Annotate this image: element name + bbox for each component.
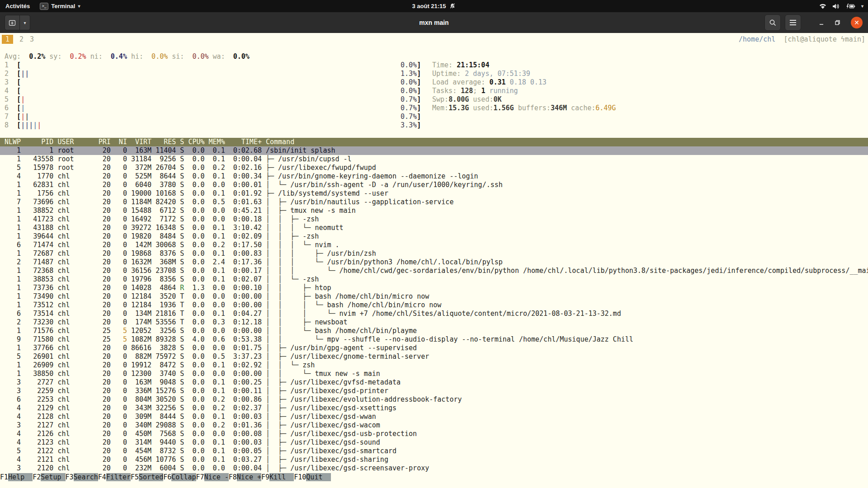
- system-info-line: Swp:8.00G used:0K: [432, 95, 502, 104]
- cpu-meter-7: 7 [|| 0.7%]: [5, 113, 421, 121]
- process-row[interactable]: 3 2259 chl 20 0 336M 15276 S 0.0 0.1 0:0…: [0, 387, 868, 395]
- process-row[interactable]: 1 73512 chl 20 0 12184 1936 T 0.0 0.0 0:…: [0, 301, 868, 310]
- process-row[interactable]: 5 15978 root 20 0 372M 26704 S 0.0 0.2 0…: [0, 164, 868, 172]
- fkey-F10[interactable]: F10Quit: [294, 473, 330, 481]
- app-menu[interactable]: >_ Terminal ▾: [40, 3, 80, 10]
- terminal-app-icon: >_: [40, 3, 48, 10]
- hamburger-icon: [790, 20, 796, 25]
- cpu-meter-3: 3 [ 0.0%]: [5, 78, 421, 87]
- minimize-icon: [818, 19, 825, 26]
- tmux-window-tab-1[interactable]: 1: [2, 35, 13, 44]
- fkey-F4[interactable]: F4Filter: [98, 473, 131, 481]
- system-info-line: Time: 21:15:04: [432, 61, 489, 70]
- app-menu-label: Terminal: [51, 3, 75, 9]
- notifications-off-icon: [449, 3, 456, 9]
- window-title: mxn main: [0, 19, 868, 26]
- process-row[interactable]: 1 26909 chl 20 0 19912 8472 S 0.0 0.1 0:…: [0, 361, 868, 370]
- process-row[interactable]: 1 71576 chl 25 5 12052 3256 S 0.0 0.0 0:…: [0, 327, 868, 335]
- process-row[interactable]: 7 73696 chl 20 0 1184M 82420 S 0.0 0.5 0…: [0, 198, 868, 206]
- process-row[interactable]: 1 41723 chl 20 0 16492 7172 S 0.0 0.0 0:…: [0, 215, 868, 224]
- fkey-F8[interactable]: F8Nice +: [229, 473, 261, 481]
- process-row[interactable]: 4 2126 chl 20 0 450M 7568 S 0.0 0.0 0:00…: [0, 430, 868, 438]
- activities-button[interactable]: Activités: [5, 3, 30, 9]
- tmux-window-tab-2[interactable]: 2: [19, 35, 24, 43]
- desktop: Activités >_ Terminal ▾ 3 août 21:15: [0, 0, 868, 488]
- fkey-F9[interactable]: F9Kill: [261, 473, 294, 481]
- process-row[interactable]: 9 71580 chl 25 5 1082M 89328 S 4.0 0.6 0…: [0, 335, 868, 344]
- terminal-screen[interactable]: 123 /home/chl [chl@aliquote ϟmain] Avg: …: [0, 33, 868, 488]
- restore-icon: [834, 19, 840, 26]
- process-row[interactable]: 6 73514 chl 20 0 134M 21816 T 0.0 0.1 0:…: [0, 310, 868, 318]
- process-row[interactable]: 4 1770 chl 20 0 525M 8644 S 0.0 0.1 0:00…: [0, 172, 868, 181]
- cpu-meter-1: 1 [ 0.0%]: [5, 61, 421, 70]
- tmux-current-path: /home/chl: [739, 35, 775, 43]
- process-row[interactable]: 4 2129 chl 20 0 343M 32256 S 0.0 0.2 0:0…: [0, 404, 868, 413]
- process-row[interactable]: 1 43558 root 20 0 31184 9256 S 0.0 0.1 0…: [0, 155, 868, 164]
- cpu-meter-4: 4 [ 0.0%]: [5, 87, 421, 95]
- process-row[interactable]: 3 2127 chl 20 0 340M 29088 S 0.0 0.2 0:0…: [0, 421, 868, 430]
- close-button[interactable]: ✕: [851, 17, 863, 28]
- tmux-status-bar: 123 /home/chl [chl@aliquote ϟmain]: [2, 35, 865, 44]
- cpu-meter-8: 8 [||||| 3.3%]: [5, 121, 421, 130]
- process-row[interactable]: 4 2123 chl 20 0 314M 9440 S 0.0 0.1 0:00…: [0, 438, 868, 447]
- new-tab-button[interactable]: [5, 15, 20, 30]
- chevron-down-icon: ▾: [861, 4, 863, 9]
- close-icon: ✕: [854, 19, 859, 26]
- tmux-host-session: [chl@aliquote ϟmain]: [783, 35, 865, 43]
- system-status-area[interactable]: ▾: [819, 3, 868, 9]
- process-row[interactable]: 2 71487 chl 20 0 1632M 368M S 0.0 2.4 0:…: [0, 258, 868, 267]
- cpu-meter-6: 6 [| 0.7%]: [5, 104, 421, 113]
- terminal-header-bar: mxn main ▾: [0, 12, 868, 33]
- fkey-F6[interactable]: F6Collap: [163, 473, 196, 481]
- gnome-top-bar: Activités >_ Terminal ▾ 3 août 21:15: [0, 0, 868, 12]
- minimize-button[interactable]: [816, 17, 827, 28]
- process-table-header[interactable]: NLWP PID USER PRI NI VIRT RES S CPU% MEM…: [0, 138, 868, 146]
- process-row[interactable]: 6 71474 chl 20 0 142M 30068 S 0.0 0.2 0:…: [0, 241, 868, 249]
- fkey-F2[interactable]: F2Setup: [33, 473, 65, 481]
- system-info-line: Mem:15.3G used:1.56G buffers:346M cache:…: [432, 104, 616, 113]
- htop-function-bar: F1Help F2Setup F3SearchF4FilterF5SortedF…: [0, 473, 868, 482]
- process-row[interactable]: 4 2121 chl 20 0 456M 10776 S 0.0 0.1 0:0…: [0, 455, 868, 464]
- process-row[interactable]: 1 1 root 20 0 163M 11404 S 0.0 0.1 0:02.…: [0, 146, 868, 155]
- process-row[interactable]: 1 73490 chl 20 0 12184 3520 T 0.0 0.0 0:…: [0, 292, 868, 301]
- process-row[interactable]: 1 43188 chl 20 0 39272 16348 S 0.0 0.1 3…: [0, 224, 868, 232]
- wifi-icon: [819, 3, 826, 9]
- search-button[interactable]: [764, 14, 781, 31]
- process-row[interactable]: 1 38852 chl 20 0 15488 6712 S 0.0 0.0 0:…: [0, 206, 868, 215]
- system-info-line: Tasks: 128; 1 running: [432, 87, 518, 95]
- fkey-F3[interactable]: F3Search: [66, 473, 98, 481]
- cpu-average-line: Avg: 0.2% sy: 0.2% ni: 0.4% hi: 0.0% si:…: [5, 52, 250, 61]
- process-row[interactable]: 1 72687 chl 20 0 19868 8376 S 0.0 0.1 0:…: [0, 249, 868, 258]
- cpu-meter-2: 2 [|| 1.3%]: [5, 70, 421, 78]
- search-icon: [769, 19, 777, 27]
- process-row[interactable]: 6 2253 chl 20 0 804M 30520 S 0.0 0.2 0:0…: [0, 395, 868, 404]
- process-row[interactable]: 5 26901 chl 20 0 882M 75972 S 0.0 0.5 3:…: [0, 352, 868, 361]
- process-row[interactable]: 1 62831 chl 20 0 6040 3780 S 0.0 0.0 0:0…: [0, 181, 868, 189]
- system-info-line: Uptime: 2 days, 07:51:39: [432, 70, 530, 78]
- process-row[interactable]: 3 2120 chl 20 0 232M 6004 S 0.0 0.0 0:00…: [0, 464, 868, 473]
- process-row[interactable]: 1 37766 chl 20 0 86616 3828 S 0.0 0.0 0:…: [0, 344, 868, 352]
- process-row[interactable]: 1 38853 chl 20 0 19796 8356 S 0.0 0.1 0:…: [0, 275, 868, 284]
- process-row[interactable]: 3 2727 chl 20 0 163M 9048 S 0.0 0.1 0:00…: [0, 378, 868, 387]
- fkey-F1[interactable]: F1Help: [0, 473, 33, 481]
- process-row[interactable]: 2 73230 chl 20 0 174M 53556 T 0.0 0.3 0:…: [0, 318, 868, 327]
- maximize-button[interactable]: [831, 17, 843, 28]
- process-row[interactable]: 1 38850 chl 20 0 12300 3740 S 0.0 0.0 0:…: [0, 370, 868, 378]
- process-row[interactable]: 1 72368 chl 20 0 36156 23708 S 0.0 0.1 0…: [0, 267, 868, 275]
- tmux-window-tab-3[interactable]: 3: [30, 35, 34, 43]
- fkey-F7[interactable]: F7Nice -: [196, 473, 229, 481]
- process-row[interactable]: 1 1756 chl 20 0 19000 10168 S 0.0 0.1 0:…: [0, 189, 868, 198]
- tab-list-dropdown-button[interactable]: ▾: [20, 15, 30, 30]
- process-row[interactable]: 4 2128 chl 20 0 309M 8444 S 0.0 0.1 0:00…: [0, 413, 868, 421]
- process-row[interactable]: 1 73736 chl 20 0 14028 4864 R 1.3 0.0 0:…: [0, 284, 868, 292]
- new-tab-icon: [9, 19, 16, 26]
- tmux-status-right: /home/chl [chl@aliquote ϟmain]: [739, 35, 865, 44]
- chevron-down-icon: ▾: [78, 4, 80, 9]
- fkey-F5[interactable]: F5Sorted: [131, 473, 163, 481]
- battery-charging-icon: [845, 3, 855, 9]
- process-row[interactable]: 1 39644 chl 20 0 19820 8484 S 0.0 0.1 0:…: [0, 232, 868, 241]
- process-row[interactable]: 5 2122 chl 20 0 454M 8732 S 0.0 0.1 0:00…: [0, 447, 868, 455]
- menu-button[interactable]: [785, 14, 801, 31]
- cpu-meter-5: 5 [| 0.7%]: [5, 95, 421, 104]
- clock-menu[interactable]: 3 août 21:15: [412, 3, 456, 9]
